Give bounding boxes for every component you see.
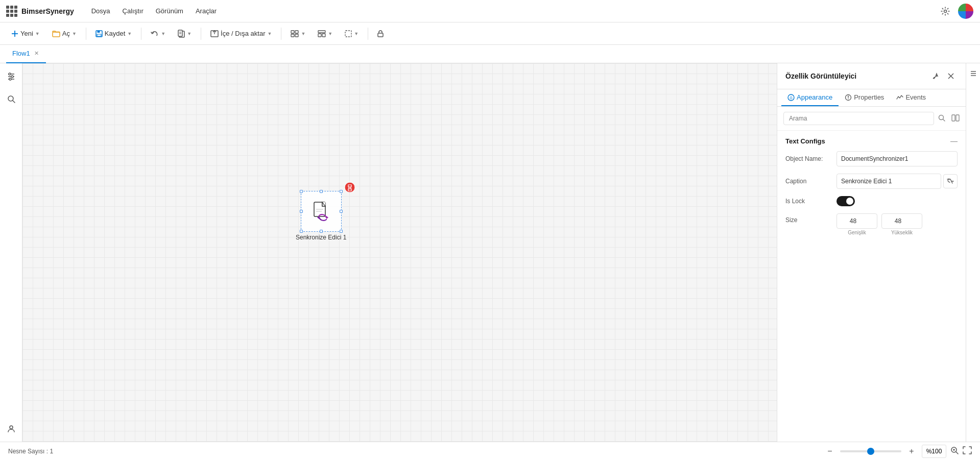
- translate-icon: [947, 178, 954, 184]
- svg-point-25: [11, 76, 13, 78]
- search-input[interactable]: [783, 112, 934, 125]
- svg-point-23: [9, 73, 11, 75]
- import-export-icon: [210, 30, 219, 37]
- fit-screen-icon: [963, 446, 972, 454]
- zoom-slider-thumb[interactable]: [867, 448, 874, 455]
- section-collapse-btn[interactable]: —: [950, 137, 958, 145]
- caption-input[interactable]: [836, 174, 941, 189]
- colorful-avatar[interactable]: [958, 3, 974, 19]
- panel-layout-icon[interactable]: [951, 114, 960, 123]
- object-name-label: Object Name:: [785, 155, 836, 162]
- open-button[interactable]: Aç ▼: [47, 28, 82, 39]
- resize-handle-tr[interactable]: [340, 190, 343, 193]
- svg-point-46: [848, 98, 849, 99]
- svg-rect-19: [322, 34, 325, 37]
- lock-button[interactable]: [372, 28, 389, 39]
- size-inputs: Genişlik Yükseklik: [836, 213, 922, 235]
- save-icon: [95, 30, 103, 37]
- menu-items: Dosya Çalıştır Görünüm Araçlar: [86, 5, 222, 17]
- zoom-out-btn[interactable]: −: [824, 445, 836, 457]
- menu-araclar[interactable]: Araçlar: [190, 5, 222, 17]
- sidebar-tool-icon[interactable]: [2, 67, 20, 86]
- is-lock-label: Is Lock: [785, 198, 836, 205]
- resize-handle-mr[interactable]: [340, 210, 343, 213]
- tab-bar: Flow1 ✕: [0, 45, 980, 63]
- size-width-group: Genişlik: [836, 213, 877, 235]
- object-name-input[interactable]: [836, 151, 958, 166]
- caption-translate-btn[interactable]: [943, 174, 958, 188]
- settings-icon-btn[interactable]: [937, 3, 953, 19]
- sidebar-bottom-icon[interactable]: [2, 419, 20, 438]
- search-icon-button[interactable]: [938, 114, 945, 123]
- svg-rect-3: [53, 32, 60, 37]
- paste-button[interactable]: ▼: [173, 28, 197, 40]
- appearance-tab-icon: [787, 94, 795, 101]
- panel-pin-icon[interactable]: [929, 69, 942, 83]
- tab-flow1[interactable]: Flow1 ✕: [6, 45, 46, 63]
- sliders-icon: [7, 72, 16, 81]
- clipboard-icon: [178, 30, 185, 38]
- size-width-label: Genişlik: [848, 230, 866, 235]
- zoom-fit-icon[interactable]: [963, 446, 972, 456]
- save-button[interactable]: Kaydet ▼: [90, 28, 137, 39]
- tab-flow1-label: Flow1: [12, 50, 30, 57]
- resize-handle-tl[interactable]: [300, 190, 303, 193]
- top-right-icons: [937, 3, 974, 19]
- pin-icon: [932, 72, 939, 80]
- main-area: Senkronize Edici 1 Özellik Görüntüleyici: [0, 63, 980, 442]
- zoom-controls: − +: [824, 445, 972, 458]
- left-sidebar: [0, 63, 22, 442]
- panel-tabs: Appearance Properties Events: [777, 89, 966, 107]
- folder-icon: [52, 30, 60, 37]
- zoom-in-btn[interactable]: +: [905, 445, 918, 457]
- menu-calistir[interactable]: Çalıştır: [117, 5, 149, 17]
- tab-events[interactable]: Events: [890, 89, 932, 106]
- element-selection-box[interactable]: [301, 191, 342, 232]
- size-height-input[interactable]: [881, 213, 922, 229]
- resize-handle-tc[interactable]: [320, 190, 323, 193]
- menu-gorunum[interactable]: Görünüm: [151, 5, 188, 17]
- new-button[interactable]: Yeni ▼: [6, 28, 45, 39]
- tab-appearance[interactable]: Appearance: [781, 89, 839, 106]
- zoom-slider-track[interactable]: [840, 450, 901, 452]
- grid-button[interactable]: ▼: [285, 28, 310, 39]
- tab-properties[interactable]: Properties: [839, 89, 890, 106]
- size-width-input[interactable]: [836, 213, 877, 229]
- panel-header-icons: [929, 69, 958, 83]
- resize-handle-bc[interactable]: [320, 230, 323, 233]
- svg-rect-14: [295, 31, 298, 33]
- tab-close-flow1[interactable]: ✕: [33, 49, 40, 58]
- svg-rect-8: [178, 30, 182, 36]
- user-settings-icon: [7, 424, 16, 433]
- far-right-sidebar: [966, 63, 980, 442]
- svg-line-29: [13, 101, 15, 103]
- toolbar: Yeni ▼ Aç ▼ Kaydet ▼ ▼ ▼ İçe / Dışa akta…: [0, 22, 980, 45]
- zoom-input[interactable]: [922, 445, 946, 458]
- far-sidebar-list-icon[interactable]: [967, 67, 979, 80]
- is-lock-toggle[interactable]: [836, 196, 855, 206]
- element-label: Senkronize Edici 1: [296, 234, 346, 241]
- menu-dosya[interactable]: Dosya: [86, 5, 115, 17]
- canvas-area[interactable]: Senkronize Edici 1: [22, 63, 777, 442]
- svg-rect-49: [952, 115, 955, 121]
- layout-button[interactable]: ▼: [313, 28, 338, 39]
- select-button[interactable]: ▼: [340, 28, 364, 39]
- import-export-button[interactable]: İçe / Dışa aktar ▼: [205, 28, 277, 39]
- sidebar-search-icon[interactable]: [2, 90, 20, 108]
- svg-line-55: [956, 452, 958, 454]
- panel-search-bar: [777, 107, 966, 131]
- events-tab-icon: [896, 94, 903, 101]
- zoom-search-icon[interactable]: [950, 446, 959, 456]
- resize-handle-br[interactable]: [340, 230, 343, 233]
- svg-rect-17: [318, 31, 325, 33]
- element-status-badge: [344, 182, 355, 195]
- canvas-element-doc-sync[interactable]: Senkronize Edici 1: [296, 191, 346, 241]
- resize-handle-bl[interactable]: [300, 230, 303, 233]
- panel-close-icon[interactable]: [944, 69, 958, 83]
- toolbar-sep-3: [201, 28, 201, 40]
- svg-rect-6: [97, 34, 101, 36]
- user-avatar: [958, 4, 973, 19]
- resize-handle-ml[interactable]: [300, 210, 303, 213]
- undo-button[interactable]: ▼: [146, 28, 171, 39]
- close-icon: [948, 73, 954, 79]
